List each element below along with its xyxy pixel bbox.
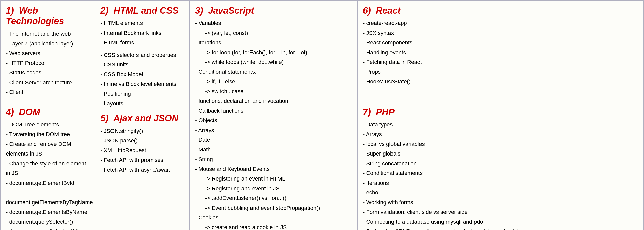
list-item: - JSON.stringify() [100,126,184,136]
section-7-title: 7) PHP [363,107,638,117]
list-item: -> create and read a cookie in JS [195,223,345,230]
list-item: - Arrays [363,130,638,139]
list-item: - Working with forms [363,198,638,208]
section-3-title: 3) JavaScript [195,5,345,16]
section-1-list: - The Internet and the web- Layer 7 (app… [6,29,90,97]
list-item: -> .addEventListener() vs. .on...() [195,193,345,203]
list-item: - Super-globals [363,149,638,159]
list-item: - Fetching data in React [363,57,638,67]
list-item: - Props [363,67,638,77]
list-item: - Handling events [363,48,638,58]
list-item: - JSX syntax [363,28,638,38]
list-item: - Data types [363,120,638,130]
list-item: -> while loops (while, do...while) [195,57,345,67]
section-2-heading: HTML and CSS [114,5,178,16]
section-1: 1) Web Technologies - The Internet and t… [1,1,95,102]
list-item: - CSS Box Model [100,70,184,80]
list-item: - Arrays [195,125,345,135]
list-item: -> Registering and event in JS [195,184,345,194]
list-item: - DOM Tree elements [6,120,90,130]
list-item: - Fetch API with async/await [100,165,184,175]
list-item: - Performing CRUD operations: insert, se… [363,227,638,230]
list-item: - CSS units [100,60,184,70]
list-item: - HTTP Protocol [6,58,90,68]
section-3: 3) JavaScript - Variables -> (var, let, … [190,1,350,230]
section-2-title: 2) HTML and CSS [100,5,184,16]
section-7-number: 7) [363,107,371,117]
list-item: - document.querySelector() [6,217,90,227]
section-1-number: 1) [6,5,14,16]
list-item: - Traversing the DOM tree [6,130,90,139]
list-item: - Internal Bookmark links [100,28,184,38]
section-1-heading: Web Technologies [6,5,64,26]
list-item: - Change the style of an element in JS [6,159,90,178]
section-7-heading: PHP [376,107,395,117]
list-item: - Variables [195,18,345,28]
list-item: -> Event bubbling and event.stopPropagat… [195,203,345,213]
list-item: - Callback functions [195,106,345,116]
section-4-list: - DOM Tree elements- Traversing the DOM … [6,120,90,230]
section-6-heading: React [376,5,401,16]
list-item: - document.getElementsByName [6,207,90,217]
section-5-title: 5) Ajax and JSON [100,113,184,124]
list-item: - Client [6,87,90,97]
list-item: - The Internet and the web [6,29,90,39]
section-4-heading: DOM [19,107,40,117]
section-2-5: 2) HTML and CSS - HTML elements- Interna… [95,1,190,230]
list-item: - Conditional statements [363,168,638,178]
list-item: - Layer 7 (application layer) [6,39,90,49]
list-item: - String [195,155,345,164]
section-2-list: - HTML elements- Internal Bookmark links… [100,18,184,109]
section-6: 6) React - create-react-app- JSX syntax-… [357,1,643,102]
section-3-number: 3) [195,5,203,16]
list-item: - Layouts [100,99,184,109]
list-item: - Positioning [100,89,184,99]
list-item: - Date [195,135,345,145]
section-4: 4) DOM - DOM Tree elements- Traversing t… [1,102,95,230]
list-item: -> Registering an event in HTML [195,174,345,184]
list-item: - Connecting to a database using mysqli … [363,217,638,227]
list-item: - Create and remove DOM elements in JS [6,139,90,159]
list-item: - Mouse and Keyboard Events [195,164,345,174]
list-item: -> switch...case [195,87,345,96]
list-item: - Conditional statements: [195,67,345,77]
list-item: - Iterations [363,178,638,188]
list-item: - Math [195,145,345,155]
section-3-heading: JavaScript [208,5,254,16]
list-item: - Iterations [195,38,345,48]
list-item: -> (var, let, const) [195,28,345,38]
list-item: - functions: declaration and invocation [195,96,345,106]
section-7-list: - Data types- Arrays- local vs global va… [363,120,638,230]
section-5-list: - JSON.stringify()- JSON.parse()- XMLHtt… [100,126,184,175]
list-item: - CSS selectors and properties [100,50,184,60]
list-item: - Inline vs Block level elements [100,79,184,89]
section-6-title: 6) React [363,5,638,16]
list-item: -> if, if...else [195,77,345,87]
section-6-list: - create-react-app- JSX syntax- React co… [363,18,638,87]
list-item: - HTML elements [100,18,184,28]
divider [350,1,357,230]
section-1-title: 1) Web Technologies [6,5,90,27]
list-item: - Objects [195,116,345,125]
list-item: - document.getElementById [6,178,90,188]
list-item: - Form validation: client side vs server… [363,207,638,217]
list-item: - echo [363,188,638,198]
list-item: - JSON.parse() [100,136,184,146]
list-spacer [100,48,184,50]
list-item: - Fetch API with promises [100,155,184,165]
list-item: - local vs global variables [363,139,638,149]
section-5-number: 5) [100,113,108,123]
list-item: - Web servers [6,48,90,58]
section-2-number: 2) [100,5,108,16]
list-item: - XMLHttpRequest [100,146,184,156]
list-item: - HTML forms [100,38,184,48]
list-item: -> for loop (for, forEach(), for... in, … [195,48,345,58]
section-4-title: 4) DOM [6,107,90,117]
list-item: - React components [363,38,638,48]
section-6-number: 6) [363,5,371,16]
list-item: - create-react-app [363,18,638,28]
list-item: - Status codes [6,68,90,78]
list-item: - String concatenation [363,159,638,169]
list-item: - document.getElementsByTagName [6,188,90,207]
list-item: - document.querySelectorAll() [6,227,90,230]
